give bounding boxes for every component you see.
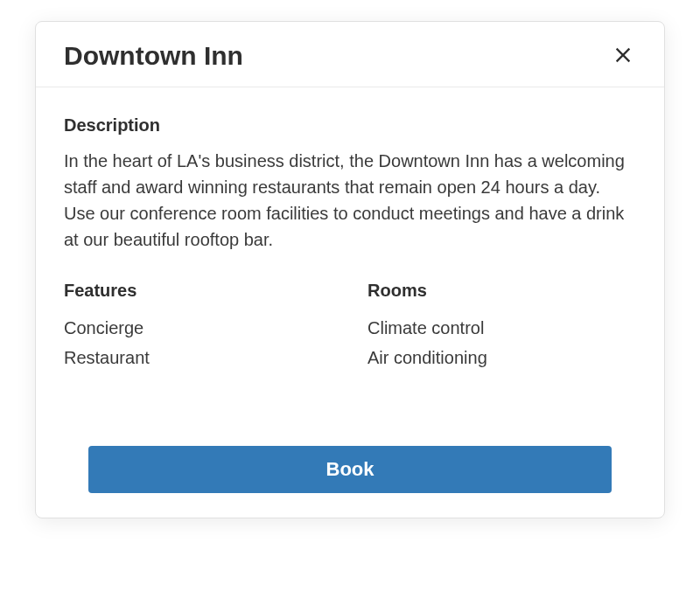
list-item: Restaurant bbox=[64, 343, 332, 372]
modal-title: Downtown Inn bbox=[64, 41, 243, 71]
features-column: Features Concierge Restaurant bbox=[64, 281, 332, 372]
list-item: Concierge bbox=[64, 313, 332, 343]
rooms-column: Rooms Climate control Air conditioning bbox=[368, 281, 636, 372]
book-button[interactable]: Book bbox=[88, 446, 612, 493]
list-item: Air conditioning bbox=[368, 343, 636, 372]
rooms-list: Climate control Air conditioning bbox=[368, 313, 636, 372]
modal-body-scroll[interactable]: Description In the heart of LA's busines… bbox=[36, 87, 664, 428]
features-heading: Features bbox=[64, 281, 332, 301]
list-item: Climate control bbox=[368, 313, 636, 343]
close-icon bbox=[613, 45, 633, 67]
details-columns: Features Concierge Restaurant Rooms Clim… bbox=[64, 281, 636, 372]
description-text: In the heart of LA's business district, … bbox=[64, 148, 636, 253]
features-list: Concierge Restaurant bbox=[64, 313, 332, 372]
hotel-details-modal: Downtown Inn Description In the heart of… bbox=[35, 21, 665, 518]
close-button[interactable] bbox=[610, 42, 636, 71]
modal-header: Downtown Inn bbox=[36, 22, 664, 87]
rooms-heading: Rooms bbox=[368, 281, 636, 301]
description-heading: Description bbox=[64, 115, 636, 136]
modal-footer: Book bbox=[36, 428, 664, 518]
